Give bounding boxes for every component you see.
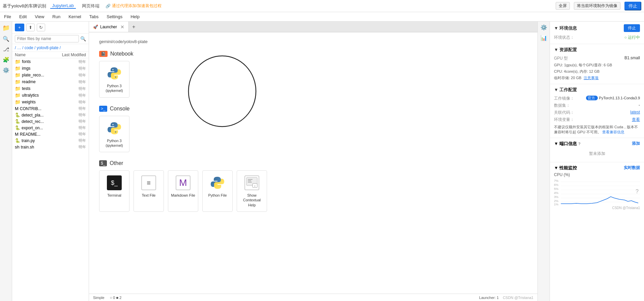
file-name-label: export_on... <box>22 126 43 130</box>
sidebar-icon-search[interactable]: 🔍 <box>3 36 9 42</box>
tab-jupyterlab[interactable]: JupyterLab <box>50 3 76 9</box>
folder-icon: 📁 <box>15 79 21 85</box>
file-row[interactable]: 🐍export_on...明年 <box>12 125 89 131</box>
notebook-section-label: Notebook <box>110 51 134 57</box>
file-row[interactable]: 📁readme明年 <box>12 78 89 85</box>
menu-item-kernel[interactable]: Kernel <box>67 14 83 19</box>
file-date-label: 明年 <box>79 86 86 91</box>
textfile-card[interactable]: ≡ Text File <box>134 170 164 212</box>
add-tab-button[interactable]: + <box>129 24 139 30</box>
fullscreen-btn[interactable]: 全屏 <box>556 2 570 10</box>
svg-text:4%: 4% <box>554 191 558 195</box>
notebook-section: 📓 Notebook <box>99 51 527 98</box>
textfile-label: Text File <box>142 193 156 198</box>
path-link[interactable]: / … / code / yolov8-plate / <box>15 45 61 50</box>
console-python-icon <box>106 120 122 136</box>
pythonfile-icon <box>210 175 225 190</box>
launcher-tab-close[interactable]: ✕ <box>120 24 124 30</box>
file-date-label: 明年 <box>79 93 86 98</box>
file-name-label: tests <box>22 86 30 91</box>
stop-env-button[interactable]: 停止 <box>624 24 640 32</box>
sidebar-icons: 📁 🔍 ⎇ 🧩 ⚙️ <box>0 22 12 301</box>
env-info-header[interactable]: ▼ 环境信息 停止 <box>554 24 640 32</box>
code-link-row: 关联代码： latest <box>554 109 640 116</box>
file-row[interactable]: 🐍train.py明年 <box>12 137 89 144</box>
sidebar-icon-files[interactable]: 📁 <box>2 24 10 32</box>
menu-item-tabs[interactable]: Tabs <box>88 14 100 19</box>
file-row[interactable]: 📁ultralytics明年 <box>12 92 89 99</box>
launcher-path: gemini/code/yolov8-plate <box>99 39 527 44</box>
storage-note-link[interactable]: 注意事项 <box>584 76 598 80</box>
col-date[interactable]: Last Modified <box>62 53 86 57</box>
notebook-python3-card[interactable]: Python 3(ipykernel) <box>99 61 129 98</box>
storage-info: 临时存储: 20 GB 注意事项 <box>554 75 640 81</box>
tab-bar: 🚀 Launcher ✕ + <box>89 22 537 32</box>
notebook-card-label: Python 3(ipykernel) <box>106 83 123 93</box>
notebook-section-icon: 📓 <box>99 51 108 57</box>
file-row[interactable]: 🐍detect_pla...明年 <box>12 112 89 118</box>
cpu-chart: 7% 6% 5% 4% 3% 2% 1% ? <box>554 178 640 205</box>
terminal-card[interactable]: $_ Terminal <box>99 170 129 212</box>
make-image-btn[interactable]: 将当前环境制作为镜像 <box>574 2 620 10</box>
menu-item-view[interactable]: View <box>33 14 46 19</box>
question-icon[interactable]: ? <box>636 189 639 195</box>
file-row[interactable]: 📁tests明年 <box>12 85 89 92</box>
file-name-label: detect_rec... <box>22 119 44 124</box>
status-launcher: Launcher: 1 <box>479 296 499 300</box>
col-name[interactable]: Name <box>15 53 26 57</box>
status-bar: Simple ○ 0 ■ 2 Launcher: 1 CSDN @Tristan… <box>89 294 537 301</box>
settings-icon[interactable]: ⚙️ <box>540 24 547 31</box>
sidebar-icon-ext[interactable]: 🧩 <box>3 57 9 63</box>
menu-item-settings[interactable]: Settings <box>105 14 124 19</box>
markdown-card[interactable]: M Markdown File <box>168 170 198 212</box>
search-input[interactable] <box>15 35 79 42</box>
sidebar-icon-settings[interactable]: ⚙️ <box>3 67 9 73</box>
tab-web-terminal[interactable]: 网页终端 <box>80 3 101 9</box>
env-var-link[interactable]: 查看 <box>632 117 640 123</box>
menu-item-help[interactable]: Help <box>129 14 141 19</box>
file-row[interactable]: 📁imgs明年 <box>12 65 89 72</box>
work-config-header[interactable]: ▼ 工作配置 <box>554 87 640 93</box>
port-empty: 暂未添加 <box>554 148 640 159</box>
search-icon: 🔍 <box>80 36 86 41</box>
cpu-label: CPU (%) <box>554 172 640 177</box>
file-row[interactable]: MREADME...明年 <box>12 131 89 137</box>
file-name-label: train.sh <box>21 145 34 149</box>
file-row[interactable]: 📁fonts明年 <box>12 58 89 65</box>
launcher-tab[interactable]: 🚀 Launcher ✕ <box>89 22 129 32</box>
menu-item-file[interactable]: File <box>3 14 12 19</box>
show-help-card[interactable]: i Show ContextualHelp <box>237 170 267 212</box>
file-row[interactable]: 📁plate_reco...明年 <box>12 72 89 78</box>
file-row[interactable]: 🐍detect_rec...明年 <box>12 118 89 125</box>
menu-item-run[interactable]: Run <box>51 14 62 19</box>
gpu-detail: GPU: 1gpu(s), 每个GPU显存: 6 GB <box>554 62 640 68</box>
top-bar: 基于yolov8的车牌识别 JupyterLab 网页终端 🔗 通过代理添加/加… <box>0 0 644 12</box>
right-icons: ⚙️ 📊 <box>537 22 550 301</box>
file-name-label: weights <box>22 100 36 104</box>
menu-item-edit[interactable]: Edit <box>18 14 28 19</box>
file-date-label: 明年 <box>79 100 86 105</box>
resource-config-header[interactable]: ▼ 资源配置 <box>554 47 640 53</box>
file-row[interactable]: shtrain.sh明年 <box>12 144 89 150</box>
dataset-row: 数据集： - <box>554 102 640 109</box>
realtime-link[interactable]: 实时数据 <box>624 165 640 171</box>
file-date-label: 明年 <box>79 132 86 137</box>
file-row[interactable]: 📁weights明年 <box>12 99 89 105</box>
upload-button[interactable]: ⬆ <box>26 24 35 31</box>
content-area: 🚀 Launcher ✕ + gemini/code/yolov8-plate … <box>89 22 537 301</box>
console-cards: Python 3(ipykernel) <box>99 116 527 153</box>
pythonfile-card[interactable]: Python File <box>202 170 233 212</box>
install-link[interactable]: 🔗 通过代理添加/加速装包过程 <box>106 3 162 9</box>
resource-icon[interactable]: 📊 <box>540 35 547 41</box>
refresh-button[interactable]: ↻ <box>37 24 45 31</box>
svg-rect-8 <box>248 182 252 182</box>
stop-button[interactable]: 停止 <box>624 2 641 10</box>
console-python3-card[interactable]: Python 3(ipykernel) <box>99 116 129 153</box>
file-name-label: README... <box>20 132 40 137</box>
code-link[interactable]: latest <box>630 110 640 115</box>
port-add-btn[interactable]: 添加 <box>632 141 640 146</box>
file-row[interactable]: MCONTRIB...明年 <box>12 105 89 112</box>
new-file-button[interactable]: + <box>15 24 24 31</box>
compat-link[interactable]: 查看兼容信息 <box>602 130 624 134</box>
sidebar-icon-git[interactable]: ⎇ <box>3 46 9 53</box>
